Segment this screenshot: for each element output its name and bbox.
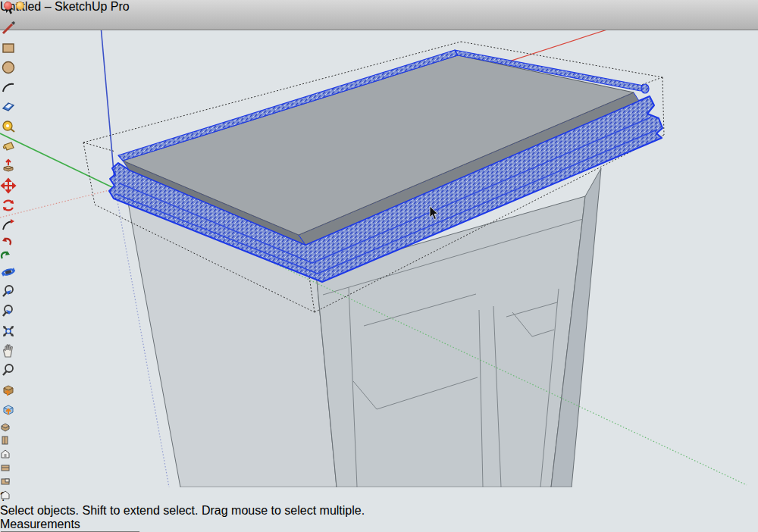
tape-measure-tool-button[interactable] [0, 118, 758, 138]
zoom-extents-icon [0, 323, 17, 340]
close-button[interactable] [4, 2, 12, 10]
view-front-button[interactable] [0, 449, 79, 462]
magnifier-forward-icon [0, 303, 17, 320]
right-view-icon [0, 462, 11, 473]
rectangle-tool-button[interactable] [0, 39, 758, 59]
share-box-icon [0, 402, 17, 418]
undo-button[interactable] [0, 236, 29, 250]
view-left-button[interactable] [0, 490, 79, 503]
title-bar[interactable]: Untitled – SketchUp Pro [0, 0, 758, 11]
next-view-button[interactable] [0, 303, 758, 323]
top-view-icon [0, 435, 11, 446]
arc-icon [0, 79, 17, 95]
circle-tool-button[interactable] [0, 59, 758, 79]
share-model-button[interactable] [0, 402, 758, 421]
left-house-icon [0, 490, 11, 500]
iso-house-icon [0, 421, 11, 432]
standard-views-group [0, 421, 79, 503]
rectangle-icon [0, 39, 17, 56]
undo-icon [0, 236, 12, 247]
eraser-tool-button[interactable] [0, 99, 758, 118]
view-iso-button[interactable] [0, 421, 79, 435]
zoom-tool-button[interactable] [0, 362, 758, 382]
move-icon [0, 177, 17, 194]
push-pull-tool-button[interactable] [0, 158, 758, 177]
orbit-icon [0, 264, 17, 280]
circle-icon [0, 59, 17, 76]
window-header: Untitled – SketchUp Pro [0, 0, 758, 30]
minimize-button[interactable] [16, 2, 24, 10]
orbit-tool-button[interactable] [0, 264, 758, 283]
help-icon[interactable]: ? [0, 490, 758, 504]
zoom-extents-button[interactable] [0, 323, 758, 343]
push-pull-icon [0, 158, 17, 174]
pan-tool-button[interactable] [0, 343, 758, 362]
measurements-label: Measurements [0, 518, 758, 531]
follow-me-icon [0, 217, 17, 233]
window-title: Untitled – SketchUp Pro [0, 0, 758, 14]
zoom-button[interactable] [28, 2, 36, 10]
previous-view-button[interactable] [0, 283, 758, 303]
front-house-icon [0, 449, 11, 459]
magnifier-icon [0, 362, 17, 379]
view-top-button[interactable] [0, 435, 79, 449]
follow-me-tool-button[interactable] [0, 217, 758, 236]
paint-bucket-icon [0, 138, 17, 155]
tape-measure-icon [0, 118, 17, 135]
rotate-tool-button[interactable] [0, 197, 758, 217]
get-models-button[interactable] [0, 382, 758, 402]
sketchup-window: Untitled – SketchUp Pro [0, 0, 758, 532]
view-right-button[interactable] [0, 462, 79, 476]
view-back-button[interactable] [0, 476, 79, 490]
redo-icon [0, 250, 12, 261]
status-message: Select objects. Shift to extend select. … [0, 504, 758, 518]
undo-redo-group [0, 236, 29, 264]
push-pull-blue-icon [0, 99, 17, 115]
rotate-icon [0, 197, 17, 214]
status-bar: ? Select objects. Shift to extend select… [0, 490, 758, 532]
warehouse-box-icon [0, 382, 17, 399]
line-tool-button[interactable] [0, 20, 758, 39]
paint-bucket-tool-button[interactable] [0, 138, 758, 158]
arc-tool-button[interactable] [0, 79, 758, 99]
redo-button[interactable] [0, 250, 29, 264]
move-tool-button[interactable] [0, 177, 758, 197]
hand-icon [0, 343, 17, 359]
magnifier-back-icon [0, 283, 17, 300]
back-view-icon [0, 476, 11, 487]
pencil-icon [0, 20, 17, 36]
